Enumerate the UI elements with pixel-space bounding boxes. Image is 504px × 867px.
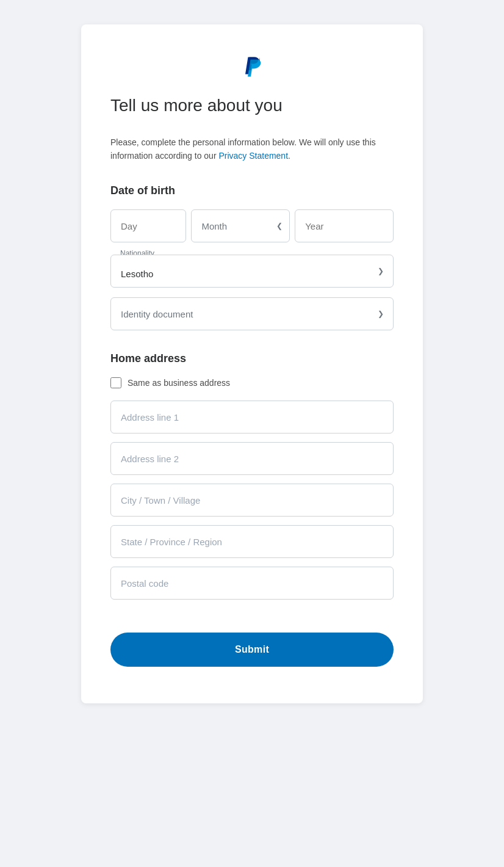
nationality-group: Nationality Lesotho Afghanistan Albania … (110, 255, 394, 288)
month-select[interactable]: Month January February March April May J… (191, 209, 290, 242)
home-address-title: Home address (110, 352, 394, 365)
dob-day-field (110, 209, 186, 242)
state-input[interactable] (110, 525, 394, 558)
page-title: Tell us more about you (110, 95, 394, 116)
paypal-logo (237, 49, 267, 78)
submit-button[interactable]: Submit (110, 633, 394, 667)
description: Please, complete the personal informatio… (110, 136, 394, 163)
dob-row: Month January February March April May J… (110, 209, 394, 242)
identity-select-wrapper: Identity document Passport National ID D… (110, 297, 394, 330)
privacy-link[interactable]: Privacy Statement (218, 151, 288, 161)
postal-input[interactable] (110, 567, 394, 600)
description-end: . (288, 151, 290, 161)
same-as-business-label[interactable]: Same as business address (128, 378, 230, 388)
nationality-select-wrapper: Lesotho Afghanistan Albania Algeria Unit… (110, 255, 394, 288)
nationality-select[interactable]: Lesotho Afghanistan Albania Algeria Unit… (110, 255, 394, 288)
dob-month-field: Month January February March April May J… (191, 209, 290, 242)
identity-group: Identity document Passport National ID D… (110, 297, 394, 330)
same-as-business-row: Same as business address (110, 377, 394, 388)
dob-section-title: Date of birth (110, 184, 394, 197)
address-line2-input[interactable] (110, 442, 394, 475)
identity-select[interactable]: Identity document Passport National ID D… (110, 297, 394, 330)
day-input[interactable] (110, 209, 186, 242)
logo-container (110, 49, 394, 78)
main-card: Tell us more about you Please, complete … (81, 24, 423, 703)
address-line1-input[interactable] (110, 401, 394, 434)
same-as-business-checkbox[interactable] (110, 377, 121, 388)
year-input[interactable] (295, 209, 394, 242)
home-address-section: Home address Same as business address (110, 352, 394, 600)
dob-year-field (295, 209, 394, 242)
dob-section: Date of birth Month January February Mar… (110, 184, 394, 330)
city-input[interactable] (110, 484, 394, 517)
month-select-wrapper: Month January February March April May J… (191, 209, 290, 242)
